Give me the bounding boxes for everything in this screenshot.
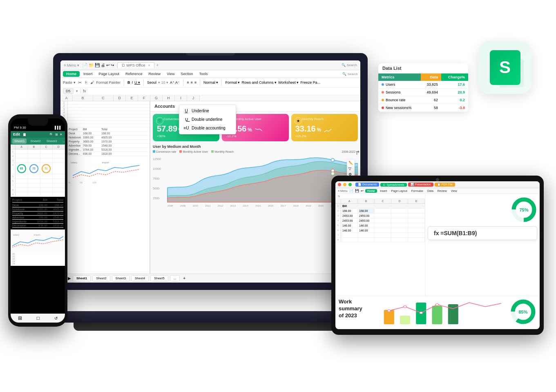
more-sheets-tab[interactable]: ... bbox=[170, 275, 180, 281]
docs-tab[interactable]: 📄 Documents bbox=[355, 183, 379, 187]
phone-sheet1-tab[interactable]: Sheet1 bbox=[12, 138, 27, 144]
tab-col-b: B bbox=[358, 199, 375, 203]
phone-screen: PM 9:30 ▌▌▌ Edit 📋 🔍 ⊞ ✕ Sheet1 Sheet2 S… bbox=[11, 118, 65, 323]
font-size-btn[interactable]: A⁺ A⁻ bbox=[170, 80, 180, 85]
tablet-save-icon[interactable]: 💾 bbox=[355, 189, 359, 193]
toolbar-print[interactable]: 🖨 bbox=[101, 63, 105, 67]
tablet-home-btn[interactable]: Home bbox=[365, 189, 377, 193]
phone-row-2: 2 bbox=[11, 154, 65, 158]
tablet-data-item[interactable]: Data bbox=[426, 189, 435, 193]
phone-device: PM 9:30 ▌▌▌ Edit 📋 🔍 ⊞ ✕ Sheet1 Sheet2 S… bbox=[8, 114, 67, 327]
tablet-formulas-item[interactable]: Formulas bbox=[410, 189, 424, 193]
ribbon-search[interactable]: 🔍 Search bbox=[342, 72, 358, 76]
phone-sheet2-tab[interactable]: Sheet2 bbox=[28, 138, 42, 144]
phone-circle-row: 4 65 75 51 bbox=[11, 163, 65, 174]
phone-toolbar-icon1[interactable]: 📋 bbox=[22, 133, 27, 136]
tl-green[interactable] bbox=[348, 183, 352, 186]
chart-edit-icon[interactable]: ✏️ bbox=[348, 161, 353, 165]
italic-btn[interactable]: I bbox=[132, 80, 133, 85]
tools-tab[interactable]: Tools bbox=[197, 71, 210, 77]
chart-filter-icon[interactable]: ▽ bbox=[348, 167, 353, 171]
format-btn[interactable]: Format ▾ bbox=[225, 80, 240, 85]
phone-sheet3-tab[interactable]: Sheet3 bbox=[45, 138, 59, 144]
section-tab[interactable]: Section bbox=[178, 71, 195, 77]
sheet4-tab[interactable]: Sheet4 bbox=[131, 275, 149, 281]
paste-btn[interactable]: Paste ▾ bbox=[63, 80, 76, 85]
sheet3-tab[interactable]: Sheet3 bbox=[112, 275, 130, 281]
sheet5-tab[interactable]: Sheet5 bbox=[150, 275, 168, 281]
new-tab-btn[interactable]: + bbox=[156, 63, 159, 67]
phone-col-a: A bbox=[16, 145, 28, 149]
tablet-undo-icon[interactable]: ↩ bbox=[361, 189, 364, 193]
format-painter-btn[interactable]: 🖌 bbox=[89, 80, 95, 85]
cell-ref-box[interactable]: D5 bbox=[63, 88, 74, 94]
phone-more-tab[interactable]: ... bbox=[60, 138, 65, 144]
phone-home-icon[interactable]: ⊞ bbox=[18, 315, 22, 321]
laptop-bezel: ≡ Menu ▾ 📄 📁 💾 🖨 ↩ ↪ 🗋 WPS Office × bbox=[53, 53, 368, 290]
phone-cell-1c[interactable] bbox=[40, 149, 53, 154]
phone-grid-icon[interactable]: ⊞ bbox=[55, 133, 58, 136]
toolbar-undo[interactable]: ↩ bbox=[106, 63, 109, 67]
toolbar-save[interactable]: 💾 bbox=[95, 63, 100, 67]
toolbar-new[interactable]: 📄 bbox=[83, 63, 87, 67]
phone-cell-1d[interactable] bbox=[53, 149, 65, 154]
area-chart: 12500 10000 7500 5000 2500 bbox=[153, 155, 358, 208]
dropdown-underline[interactable]: U Underline bbox=[179, 107, 236, 115]
sheet1-tab[interactable]: Sheet1 bbox=[73, 275, 91, 281]
next-sheet-btn[interactable]: ▶ bbox=[68, 276, 71, 281]
svg-text:2013: 2013 bbox=[230, 205, 236, 207]
tablet-title-bar: 📄 Documents 🗋 Spreadsheets 📊 Presentatio… bbox=[335, 181, 540, 188]
font-name[interactable]: Seoul bbox=[147, 80, 156, 85]
slides-tab[interactable]: 📊 Presentation bbox=[408, 183, 433, 187]
toolbar-redo[interactable]: ↪ bbox=[111, 63, 114, 67]
phone-search-icon[interactable]: 🔍 bbox=[49, 133, 54, 136]
page-layout-tab[interactable]: Page Layout bbox=[96, 71, 122, 77]
toolbar-open[interactable]: 📁 bbox=[89, 63, 94, 67]
tablet-view-item[interactable]: View bbox=[450, 189, 458, 193]
phone-close-icon[interactable]: ✕ bbox=[60, 133, 63, 136]
tablet-insert-item[interactable]: Insert bbox=[379, 189, 389, 193]
view-tab[interactable]: View bbox=[164, 71, 177, 77]
data-list-title: Data List bbox=[378, 63, 468, 74]
align-right[interactable]: ≡ bbox=[194, 80, 196, 85]
copy-btn[interactable]: ⎘ bbox=[84, 80, 88, 85]
tl-red[interactable] bbox=[338, 183, 341, 186]
tablet-toolbar-icon[interactable]: 📄 bbox=[349, 189, 353, 193]
phone-cell-1b[interactable] bbox=[28, 149, 40, 154]
svg-text:import: import bbox=[102, 161, 109, 164]
phone-share-icon[interactable]: ↺ bbox=[54, 316, 58, 321]
underline-label: Underline bbox=[192, 109, 209, 113]
underline-btn[interactable]: U ▾ bbox=[134, 80, 140, 85]
insert-tab[interactable]: Insert bbox=[81, 71, 95, 77]
tablet-camera bbox=[436, 178, 439, 181]
phone-cell-1a[interactable] bbox=[16, 149, 28, 154]
add-sheet-btn[interactable]: + bbox=[183, 276, 185, 281]
sheets-tab[interactable]: 🗋 Spreadsheets bbox=[380, 183, 406, 187]
align-center[interactable]: ≡ bbox=[190, 80, 192, 85]
align-left[interactable]: ≡ bbox=[187, 80, 189, 85]
cut-btn[interactable]: ✂ bbox=[77, 80, 83, 85]
reference-tab[interactable]: Reference bbox=[123, 71, 145, 77]
dropdown-double-accounting[interactable]: ≡U Double accounting bbox=[179, 124, 236, 132]
normal-dropdown[interactable]: Normal ▾ bbox=[203, 80, 219, 85]
rows-columns-btn[interactable]: Rows and Columns ▾ bbox=[241, 80, 277, 85]
phone-data-ingredients: Ingredients 3784.00 5318.00 bbox=[12, 220, 63, 224]
bold-btn[interactable]: B bbox=[127, 80, 130, 85]
pdf-tab[interactable]: 📋 PDF File bbox=[435, 183, 455, 187]
worksheet-btn[interactable]: Worksheet ▾ bbox=[278, 80, 299, 85]
tablet-menu-icon[interactable]: ≡ Menu bbox=[338, 189, 348, 192]
ss-tab-main[interactable]: 🗋 WPS Office × bbox=[117, 62, 155, 68]
home-tab[interactable]: Home bbox=[63, 71, 80, 77]
phone-back-icon[interactable]: □ bbox=[37, 315, 40, 321]
search-bar[interactable]: 🔍 Search bbox=[342, 63, 357, 67]
tablet-review-item[interactable]: Review bbox=[436, 189, 448, 193]
review-tab[interactable]: Review bbox=[146, 71, 163, 77]
sheet2-tab[interactable]: Sheet2 bbox=[92, 275, 110, 281]
accounting-icon: ≡U bbox=[183, 126, 189, 130]
phone-edit-btn[interactable]: Edit bbox=[13, 132, 20, 136]
tablet-pagelayout-item[interactable]: Page Layout bbox=[390, 189, 409, 193]
freeze-btn[interactable]: Freeze Pa... bbox=[300, 80, 320, 85]
tl-yellow[interactable] bbox=[343, 183, 346, 186]
table-row: New sessions% 58 -3.8 bbox=[378, 104, 468, 112]
dropdown-double-underline[interactable]: U͟͟ Double underline bbox=[179, 115, 236, 124]
